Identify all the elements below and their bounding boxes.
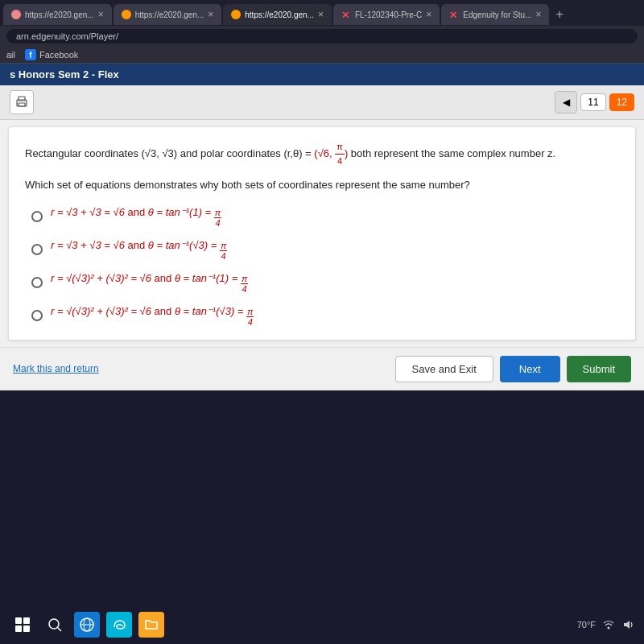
- browser-tab-2[interactable]: https://e2020.gen... ×: [114, 4, 222, 25]
- question-intro: Rectangular coordinates (√3, √3) and pol…: [25, 140, 619, 167]
- page-number-next[interactable]: 12: [609, 93, 634, 111]
- tab-label-2: https://e2020.gen...: [135, 10, 204, 19]
- print-button[interactable]: [10, 90, 34, 114]
- answer-option-c[interactable]: r = √(√3)² + (√3)² = √6 and θ = tan⁻¹(1)…: [31, 272, 619, 294]
- tab-label-5: Edgenuity for Stu...: [463, 10, 531, 19]
- windows-icon: [15, 617, 30, 632]
- taskbar-folder-icon[interactable]: [138, 612, 164, 638]
- radio-c[interactable]: [31, 277, 43, 288]
- tab-favicon-2: [122, 10, 131, 19]
- save-exit-button[interactable]: Save and Exit: [395, 356, 493, 382]
- content-area: ◀ 11 12 Rectangular coordinates (√3, √3)…: [0, 85, 644, 390]
- tab-favicon-3: [231, 10, 241, 19]
- tab-favicon-5: ✕: [449, 10, 459, 19]
- polar-coords: (√6, π4): [314, 147, 348, 159]
- answer-options: r = √3 + √3 = √6 and θ = tan⁻¹(1) = π4 r…: [31, 206, 619, 327]
- address-bar-row: arn.edgenuity.com/Player/: [0, 26, 644, 47]
- option-d-text: r = √(√3)² + (√3)² = √6 and θ = tan⁻¹(√3…: [51, 305, 254, 327]
- browser-icon: [79, 617, 95, 633]
- prev-page-button[interactable]: ◀: [555, 91, 577, 114]
- question-text: Which set of equations demonstrates why …: [25, 177, 619, 193]
- page-number-current: 11: [580, 93, 605, 111]
- taskbar-browser-icon[interactable]: [74, 612, 100, 638]
- option-a-text: r = √3 + √3 = √6 and θ = tan⁻¹(1) = π4: [51, 206, 221, 228]
- search-taskbar-icon: [47, 617, 63, 633]
- tab-bar: https://e2020.gen... × https://e2020.gen…: [0, 0, 644, 26]
- radio-b[interactable]: [31, 244, 43, 255]
- radio-d[interactable]: [31, 310, 43, 321]
- answer-option-d[interactable]: r = √(√3)² + (√3)² = √6 and θ = tan⁻¹(√3…: [31, 305, 619, 327]
- temperature-display: 70°F: [577, 620, 596, 630]
- tab-label-1: https://e2020.gen...: [25, 10, 94, 19]
- browser-tab-4[interactable]: ✕ FL-1202340-Pre-C ×: [333, 4, 440, 25]
- tab-label-3: https://e2020.gen...: [245, 10, 314, 19]
- question-card: Rectangular coordinates (√3, √3) and pol…: [8, 126, 636, 341]
- bookmark-facebook[interactable]: f Facebook: [25, 49, 78, 60]
- browser-chrome: https://e2020.gen... × https://e2020.gen…: [0, 0, 644, 64]
- submit-button[interactable]: Submit: [567, 356, 631, 382]
- browser-tab-3[interactable]: https://e2020.gen... ×: [223, 4, 332, 25]
- radio-a[interactable]: [31, 211, 43, 222]
- app-header: s Honors Sem 2 - Flex: [0, 64, 644, 85]
- browser-tab-5[interactable]: ✕ Edgenuity for Stu... ×: [441, 4, 549, 25]
- tab-close-2[interactable]: ×: [208, 9, 213, 20]
- tab-label-4: FL-1202340-Pre-C: [355, 10, 422, 19]
- search-taskbar-button[interactable]: [42, 612, 68, 638]
- option-c-text: r = √(√3)² + (√3)² = √6 and θ = tan⁻¹(1)…: [51, 272, 248, 294]
- app-title: s Honors Sem 2 - Flex: [10, 68, 119, 80]
- answer-option-a[interactable]: r = √3 + √3 = √6 and θ = tan⁻¹(1) = π4: [31, 206, 619, 228]
- tab-close-5[interactable]: ×: [535, 9, 541, 20]
- windows-start-button[interactable]: [10, 612, 35, 638]
- nav-controls: ◀ 11 12: [555, 91, 634, 114]
- svg-line-4: [58, 628, 62, 632]
- address-bar[interactable]: arn.edgenuity.com/Player/: [6, 29, 638, 43]
- tab-close-3[interactable]: ×: [318, 9, 324, 20]
- svg-point-8: [608, 627, 610, 630]
- new-tab-button[interactable]: +: [551, 6, 568, 23]
- volume-icon: [621, 618, 634, 631]
- toolbar-row: ◀ 11 12: [0, 85, 644, 120]
- facebook-icon: f: [25, 49, 36, 60]
- taskbar-edge-icon[interactable]: [106, 612, 132, 638]
- browser-tab-1[interactable]: https://e2020.gen... ×: [3, 4, 112, 25]
- taskbar-left: [10, 612, 164, 638]
- taskbar-right: 70°F: [577, 618, 634, 631]
- option-b-text: r = √3 + √3 = √6 and θ = tan⁻¹(√3) = π4: [51, 239, 227, 261]
- edge-icon: [112, 617, 126, 632]
- bookmark-facebook-label: Facebook: [39, 50, 78, 60]
- mark-return-link[interactable]: Mark this and return: [13, 363, 99, 374]
- wifi-icon: [602, 618, 615, 631]
- bookmark-mail-label: ail: [6, 50, 15, 60]
- footer-buttons: Save and Exit Next Submit: [395, 356, 631, 382]
- tab-favicon-4: ✕: [341, 10, 351, 19]
- taskbar: 70°F: [0, 605, 644, 644]
- bookmarks-bar: ail f Facebook: [0, 47, 644, 64]
- svg-point-3: [49, 619, 59, 629]
- tab-close-1[interactable]: ×: [98, 9, 104, 20]
- next-button[interactable]: Next: [500, 356, 560, 382]
- tab-close-4[interactable]: ×: [426, 9, 431, 20]
- tab-favicon-1: [11, 10, 21, 19]
- address-text: arn.edgenuity.com/Player/: [16, 31, 118, 41]
- svg-rect-2: [19, 103, 25, 106]
- toolbar-left: [10, 90, 34, 114]
- folder-icon: [144, 617, 159, 632]
- print-icon: [15, 96, 28, 109]
- answer-option-b[interactable]: r = √3 + √3 = √6 and θ = tan⁻¹(√3) = π4: [31, 239, 619, 261]
- bookmark-mail[interactable]: ail: [6, 50, 15, 60]
- footer-bar: Mark this and return Save and Exit Next …: [0, 347, 644, 390]
